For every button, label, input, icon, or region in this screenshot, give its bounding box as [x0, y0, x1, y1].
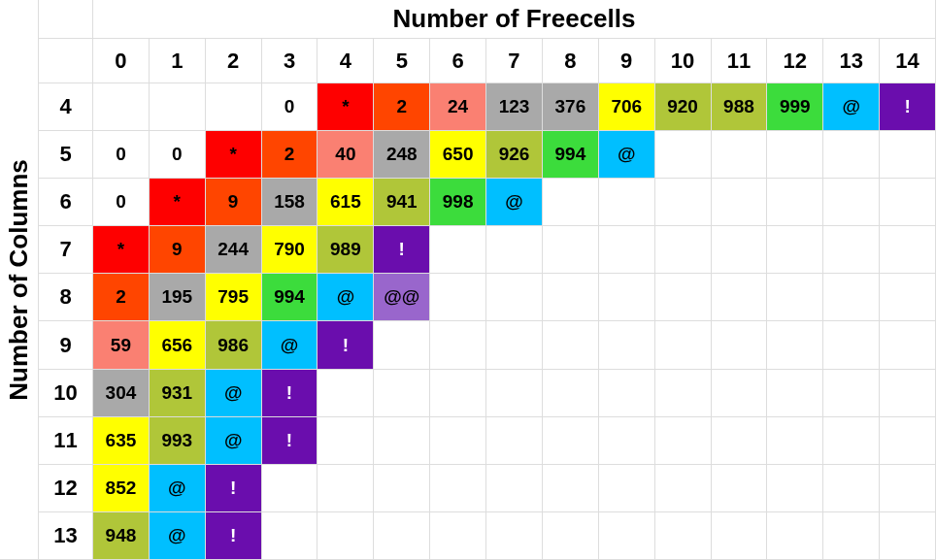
data-cell: 706	[599, 83, 655, 131]
data-cell	[599, 226, 655, 274]
col-header: 8	[543, 39, 599, 83]
data-cell	[880, 321, 936, 369]
data-cell	[430, 417, 486, 465]
data-cell	[823, 465, 880, 512]
data-cell	[486, 417, 543, 465]
data-cell: 0	[150, 131, 206, 179]
data-cell	[823, 370, 880, 417]
data-cell: 795	[206, 274, 262, 321]
data-cell	[767, 179, 823, 226]
data-cell	[430, 321, 486, 369]
data-cell	[486, 465, 543, 512]
data-cell	[655, 179, 712, 226]
data-cell: @	[150, 465, 206, 512]
col-header: 13	[823, 39, 880, 83]
data-cell	[543, 274, 599, 321]
col-header: 5	[374, 39, 430, 83]
data-cell	[767, 465, 823, 512]
corner-top-left	[39, 0, 93, 39]
data-cell	[318, 370, 374, 417]
data-cell	[823, 512, 880, 560]
data-cell: @	[318, 274, 374, 321]
data-cell	[880, 417, 936, 465]
row-header: 11	[39, 417, 93, 465]
col-header: 14	[880, 39, 936, 83]
data-cell	[262, 465, 318, 512]
data-cell	[767, 131, 823, 179]
data-cell: 24	[430, 83, 486, 131]
data-grid: Number of Freecells012345678910111213144…	[39, 0, 936, 560]
data-cell: 994	[543, 131, 599, 179]
data-cell	[430, 226, 486, 274]
data-cell	[430, 274, 486, 321]
col-header: 10	[655, 39, 712, 83]
data-cell	[712, 226, 768, 274]
row-header: 6	[39, 179, 93, 226]
corner-header-left	[39, 39, 93, 83]
data-cell: @	[823, 83, 880, 131]
data-cell: !	[206, 465, 262, 512]
data-cell: 376	[543, 83, 599, 131]
data-cell	[767, 370, 823, 417]
col-header: 9	[599, 39, 655, 83]
data-cell	[880, 512, 936, 560]
data-cell: 998	[430, 179, 486, 226]
row-header: 12	[39, 465, 93, 512]
y-axis-label: Number of Columns	[0, 0, 39, 560]
row-header: 9	[39, 321, 93, 369]
data-cell	[712, 274, 768, 321]
data-cell: 635	[93, 417, 150, 465]
data-cell: !	[206, 512, 262, 560]
data-cell: 248	[374, 131, 430, 179]
data-cell	[823, 131, 880, 179]
data-cell	[712, 179, 768, 226]
data-cell: 195	[150, 274, 206, 321]
data-cell	[374, 417, 430, 465]
data-cell: 0	[93, 179, 150, 226]
data-cell	[543, 417, 599, 465]
data-cell: !	[262, 417, 318, 465]
data-cell: 2	[374, 83, 430, 131]
data-cell: 790	[262, 226, 318, 274]
row-header: 7	[39, 226, 93, 274]
data-cell	[655, 131, 712, 179]
col-header: 0	[93, 39, 150, 83]
data-cell	[599, 417, 655, 465]
data-cell: @	[206, 417, 262, 465]
data-cell: @	[262, 321, 318, 369]
data-cell	[599, 465, 655, 512]
data-cell	[374, 512, 430, 560]
data-cell: !	[318, 321, 374, 369]
data-cell: 615	[318, 179, 374, 226]
data-cell	[599, 512, 655, 560]
data-cell	[655, 226, 712, 274]
data-cell	[823, 274, 880, 321]
col-header: 1	[150, 39, 206, 83]
data-cell: 852	[93, 465, 150, 512]
col-header: 3	[262, 39, 318, 83]
data-cell: @	[150, 512, 206, 560]
data-cell	[880, 274, 936, 321]
data-cell	[880, 179, 936, 226]
data-cell: 9	[150, 226, 206, 274]
data-cell: 304	[93, 370, 150, 417]
data-cell	[486, 226, 543, 274]
data-cell: 9	[206, 179, 262, 226]
data-cell: 941	[374, 179, 430, 226]
data-cell	[823, 321, 880, 369]
data-cell	[486, 512, 543, 560]
data-cell	[206, 83, 262, 131]
data-cell: 656	[150, 321, 206, 369]
data-cell	[318, 465, 374, 512]
data-cell	[599, 179, 655, 226]
data-cell: 244	[206, 226, 262, 274]
data-cell	[712, 465, 768, 512]
row-header: 13	[39, 512, 93, 560]
col-header: 6	[430, 39, 486, 83]
data-cell	[543, 370, 599, 417]
data-cell	[599, 321, 655, 369]
data-cell	[486, 370, 543, 417]
row-header: 8	[39, 274, 93, 321]
data-cell	[880, 226, 936, 274]
data-cell: 0	[262, 83, 318, 131]
